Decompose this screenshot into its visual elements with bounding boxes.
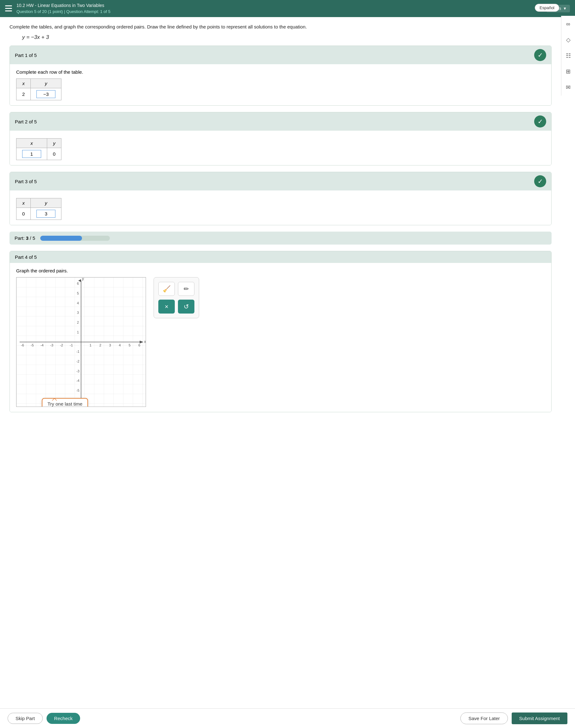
main-content: Complete the tables, and graph the corre… [0, 17, 561, 450]
bottom-right-actions: Save For Later Submit Assignment [461, 713, 567, 724]
part-3-body: x y 0 [10, 190, 551, 225]
hamburger-menu[interactable] [5, 5, 12, 11]
svg-text:6: 6 [138, 343, 140, 347]
graph-area[interactable]: 1 2 3 4 5 6 -1 -2 -3 -4 -5 -6 1 [16, 277, 146, 407]
col-x-header-3: x [16, 198, 31, 208]
mail-icon[interactable]: ✉ [563, 82, 573, 93]
espanol-button[interactable]: Español [535, 4, 559, 12]
y-input-3[interactable] [31, 208, 61, 220]
x-input-field-2[interactable] [22, 150, 41, 158]
right-sidebar: ∞ ◇ ☷ ⊞ ✉ [561, 16, 575, 96]
svg-text:1: 1 [90, 343, 92, 347]
graph-container: 1 2 3 4 5 6 -1 -2 -3 -4 -5 -6 1 [16, 277, 545, 407]
part-2-card: Part 2 of 5 ✓ x y 0 [9, 112, 551, 166]
svg-text:2: 2 [99, 343, 101, 347]
submit-assignment-button[interactable]: Submit Assignment [512, 713, 567, 724]
table-row-2: 0 [16, 148, 61, 160]
drawing-tools-row: 🧹 ✏ [158, 282, 194, 296]
part-2-body: x y 0 [10, 131, 551, 165]
y-input-field-1[interactable] [36, 90, 56, 98]
list-icon[interactable]: ☷ [563, 50, 573, 61]
recheck-button[interactable]: Recheck [46, 713, 80, 724]
table-row-3: 0 [16, 208, 61, 220]
svg-text:-3: -3 [76, 369, 79, 373]
part-2-header: Part 2 of 5 ✓ [10, 112, 551, 131]
part-3-table: x y 0 [16, 198, 61, 220]
svg-text:2: 2 [77, 321, 79, 325]
progress-current: 3 [26, 235, 29, 241]
diamond-icon[interactable]: ◇ [563, 35, 573, 45]
eraser-tool-button[interactable]: 🧹 [158, 282, 175, 296]
part-1-body: Complete each row of the table. x y 2 [10, 64, 551, 105]
header-left: 10.2 HW - Linear Equations in Two Variab… [5, 3, 110, 14]
part-2-check: ✓ [534, 115, 546, 128]
svg-text:-3: -3 [50, 343, 54, 347]
svg-text:-2: -2 [76, 359, 79, 363]
x-value-3: 0 [16, 208, 31, 220]
y-input-field-3[interactable] [36, 210, 56, 218]
svg-text:4: 4 [119, 343, 121, 347]
header: 10.2 HW - Linear Equations in Two Variab… [0, 0, 575, 17]
progress-bar-background [40, 236, 110, 241]
undo-icon: ↺ [184, 303, 189, 311]
part-4-header: Part 4 of 5 [10, 251, 551, 263]
part-4-instruction: Graph the ordered pairs. [16, 268, 545, 274]
bottom-left-actions: Skip Part Recheck [8, 713, 80, 724]
coordinate-graph: 1 2 3 4 5 6 -1 -2 -3 -4 -5 -6 1 [16, 278, 146, 406]
svg-text:5: 5 [77, 291, 79, 295]
svg-text:4: 4 [77, 301, 79, 305]
y-value-2: 0 [47, 148, 61, 160]
equation-display: y = −3x + 3 [22, 34, 551, 40]
x-input-2[interactable] [16, 148, 47, 160]
col-x-header: x [16, 79, 31, 88]
clear-icon: × [165, 303, 168, 311]
part-1-table: x y 2 [16, 78, 61, 100]
part-4-body: Graph the ordered pairs. [10, 263, 551, 412]
progress-total: 5 [33, 235, 35, 241]
part-3-card: Part 3 of 5 ✓ x y 0 [9, 172, 551, 225]
progress-bar-fill [40, 236, 82, 241]
progress-section: Part: 3 / 5 [9, 231, 551, 245]
skip-part-button[interactable]: Skip Part [8, 713, 43, 724]
svg-text:-1: -1 [70, 343, 73, 347]
svg-text:y: y [82, 278, 84, 281]
col-y-header: y [31, 79, 61, 88]
part-3-header: Part 3 of 5 ✓ [10, 172, 551, 190]
svg-text:-4: -4 [40, 343, 44, 347]
action-tools-row: × ↺ [158, 300, 194, 314]
y-input-1[interactable] [31, 88, 61, 100]
header-title: 10.2 HW - Linear Equations in Two Variab… [16, 3, 110, 14]
svg-text:6: 6 [77, 282, 79, 285]
part-1-header: Part 1 of 5 ✓ [10, 46, 551, 64]
part-4-card: Part 4 of 5 Graph the ordered pairs. [9, 251, 551, 412]
svg-text:-5: -5 [31, 343, 34, 347]
svg-text:1: 1 [77, 330, 79, 334]
undo-button[interactable]: ↺ [178, 300, 194, 314]
part-2-table: x y 0 [16, 138, 61, 160]
svg-text:-6: -6 [21, 343, 24, 347]
svg-text:5: 5 [129, 343, 130, 347]
table-row: 2 [16, 88, 61, 100]
part-2-label: Part 2 of 5 [15, 119, 37, 124]
svg-text:-5: -5 [76, 389, 79, 393]
svg-text:-4: -4 [76, 379, 79, 383]
x-value-1: 2 [16, 88, 31, 100]
bottom-bar: Skip Part Recheck Save For Later Submit … [0, 708, 575, 728]
part-3-label: Part 3 of 5 [15, 179, 37, 184]
clear-button[interactable]: × [158, 300, 175, 314]
col-y-header-3: y [31, 198, 61, 208]
course-name: 10.2 HW - Linear Equations in Two Variab… [16, 3, 110, 9]
part-1-check: ✓ [534, 49, 546, 61]
infinity-icon[interactable]: ∞ [563, 19, 573, 29]
question-info: Question 5 of 20 (1 point) | Question At… [16, 9, 110, 14]
save-for-later-button[interactable]: Save For Later [461, 713, 508, 724]
grid-icon[interactable]: ⊞ [563, 66, 573, 77]
svg-text:3: 3 [77, 311, 79, 315]
try-again-tooltip: Try one last time [42, 398, 88, 407]
instructions-text: Complete the tables, and graph the corre… [9, 24, 551, 31]
svg-text:3: 3 [109, 343, 111, 347]
col-y-header-2: y [47, 139, 61, 148]
svg-text:-1: -1 [76, 350, 79, 353]
svg-text:-2: -2 [60, 343, 63, 347]
pencil-tool-button[interactable]: ✏ [178, 282, 194, 296]
